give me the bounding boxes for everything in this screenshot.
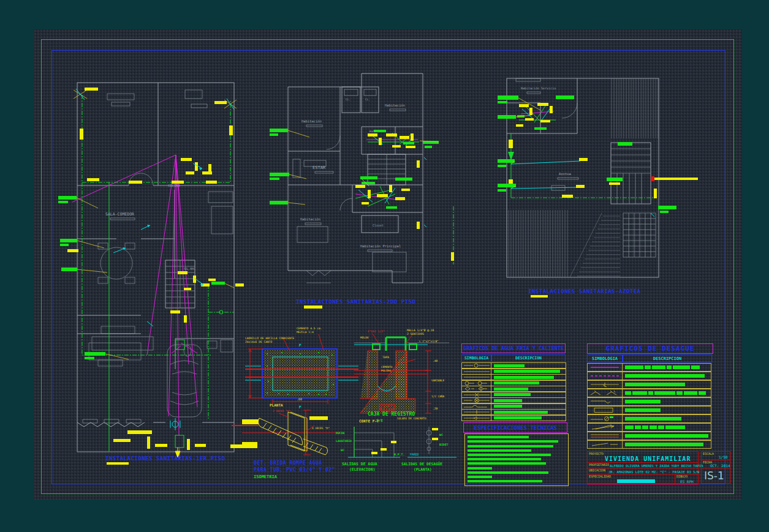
plan1-fixture-highlights [67, 88, 244, 450]
check-valve-icon [461, 397, 491, 403]
brida-drawing [242, 410, 340, 455]
legend-agua-row [461, 380, 566, 386]
brida-dim-b: 4 VECES "D" [312, 427, 330, 430]
legend-desague-row [587, 414, 711, 423]
plan3-bath-cluster [516, 96, 574, 130]
propietario-label: PROPIETARIO [589, 463, 609, 466]
legend-agua-header: SIMBOLOGIA DESCRIPCION [461, 354, 566, 362]
legend-agua-row [461, 386, 566, 392]
corte-solado-label: SOLADO DE CONCRETO [397, 417, 426, 420]
salidas-desague-subtitle: (PLANTA) [414, 467, 432, 471]
legend-desague-row [587, 406, 711, 414]
slope-arrow-icon [587, 423, 623, 432]
legend-desague-title: GRAFICOS DE DESAGUE [606, 345, 695, 353]
brida-title-1: DET. BRIDA ROMPE AGUA [254, 460, 322, 466]
proyecto-value: VIVIENDA UNIFAMILIAR [605, 455, 691, 462]
plan1-caja-registro [175, 340, 184, 457]
titleblock-dibujo-cell: DIBUJO ES RPH [675, 474, 699, 485]
plan3-skylight-grid [623, 213, 656, 257]
detail-brida: 2 VECES "D" 4 VECES "D" [242, 407, 340, 468]
specs-box [464, 433, 569, 486]
corte-tapa-label: TAPA [382, 356, 389, 359]
specs-title: ESPECIFICACIONES TECNICAS [474, 425, 556, 431]
plan1-title: INSTALACIONES SANITARIAS-1ER.PISO [105, 455, 225, 462]
plan3-roof-hatch-right [612, 78, 658, 138]
dibujo-value: ES RPH [680, 479, 694, 484]
proyecto-label: PROYECTO [589, 452, 604, 455]
label-wc-2: WC [439, 433, 443, 436]
plan2-title-underline [304, 305, 322, 309]
legend-desague-title-box: GRAFICOS DE DESAGUE [587, 343, 713, 354]
legend-desague-row [587, 397, 711, 406]
svg-text:SALA-COMEDOR: SALA-COMEDOR [105, 212, 134, 217]
caja-axis-top: F [299, 343, 301, 347]
salidas-agua-title: SALIDAS DE AGUA [342, 462, 377, 466]
titleblock-main: PROYECTO VIVIENDA UNIFAMILIAR PROPIETARI… [587, 451, 699, 484]
svg-text:Baño: Baño [369, 130, 376, 133]
legend-agua-row [461, 403, 566, 410]
plan1-sprinkler-icons [74, 89, 237, 110]
legend-desague-row [587, 380, 711, 389]
caja-registro-icon [587, 406, 623, 414]
legend-desague-col-symbol: SIMBOLOGIA [587, 354, 623, 362]
titleblock-proyecto-cell: PROYECTO VIVIENDA UNIFAMILIAR [587, 451, 699, 463]
corte-d20-label: .20 [433, 407, 438, 410]
fecha-value: OCT. 2014 [710, 463, 730, 468]
label-pared: PARED [410, 453, 419, 456]
plan-roof: Habitación Servicio Azotea [498, 66, 700, 290]
plan2-room-labels: Habitación Habitación ESTAR Habitación B… [300, 98, 406, 252]
wye-branch-icon [587, 389, 623, 397]
spec-line [468, 462, 546, 465]
dibujo-label: DIBUJO [676, 475, 688, 478]
svg-text:Habitación: Habitación [301, 119, 322, 123]
legend-desague-row [587, 440, 711, 449]
titleblock-escala-cell: ESCALA 1/50 [701, 451, 730, 460]
corte-cemento-label-2: PULIDO [381, 369, 391, 372]
plan-second-floor: Habitación Habitación ESTAR Habitación B… [270, 69, 466, 292]
spec-line [468, 467, 492, 470]
detail-salidas-desague: WC BIDET PARED SALIDAS DE DESAGÜE (PLANT… [401, 424, 463, 473]
titleblock-especialidad-cell: ESPECIALIDAD [587, 474, 675, 485]
plan1-callouts [58, 196, 234, 359]
spec-line [468, 440, 558, 443]
detail-salidas-agua: DUCHA LAVATORIO WC N.P.T. SALIDAS DE AGU… [336, 424, 406, 473]
svg-text:Azotea: Azotea [559, 172, 571, 176]
spec-line [468, 445, 553, 448]
detail-caja-planta: .60 F F LADRILLO DE ARCILLA CORRIENTE 24… [245, 323, 358, 409]
drain-line-icon [587, 363, 623, 372]
corte-d40-label: .40 [433, 359, 438, 362]
legend-agua-row [461, 392, 566, 398]
spec-line [468, 471, 548, 474]
corte-malla-label-1: MALLA 1/4"Ø @.10 [407, 329, 434, 332]
spec-line [468, 476, 492, 478]
spec-line [468, 449, 531, 452]
caja-callout-mortar-2: MEZCLA 1:4 [297, 331, 314, 334]
plan1-arrows [113, 163, 203, 326]
tee-icon [461, 409, 491, 415]
water-meter-icon [461, 362, 491, 369]
svg-text:ESTAR: ESTAR [313, 165, 326, 170]
svg-text:COCINA: COCINA [168, 184, 181, 187]
corte-angulo-label: L 2"x2"x1/8" [419, 340, 439, 343]
cold-water-line-icon [461, 369, 491, 375]
spec-line [468, 480, 542, 482]
legend-desague-row [587, 363, 711, 372]
label-bidet: BIDET [439, 443, 449, 446]
legend-agua-col-symbol: SIMBOLOGIA [461, 354, 491, 362]
ubicacion-label: UBICACION [589, 469, 605, 472]
plan1-walls [77, 83, 234, 452]
caja-callout-brick-2: 24x14x6 DE CANTO [245, 340, 272, 343]
plan1-title-underline [107, 462, 129, 465]
union-icon [461, 403, 491, 410]
legend-desague-row [587, 423, 711, 432]
legend-agua-row [461, 397, 566, 403]
corte-title: CAJA DE REGISTRO [368, 411, 415, 417]
plan3-room-labels: Habitación Servicio Azotea [521, 86, 578, 190]
spec-line [468, 436, 529, 438]
legend-desague-row [587, 389, 711, 397]
plan3-title: INSTALACIONES SANITARIAS-AZOTEA [528, 288, 640, 294]
specs-title-box: ESPECIFICACIONES TECNICAS [463, 422, 567, 433]
valve-up-icon [461, 380, 491, 386]
label-wc: WC [341, 449, 344, 452]
titleblock-fecha-cell: FECHA OCT. 2014 [701, 460, 730, 468]
